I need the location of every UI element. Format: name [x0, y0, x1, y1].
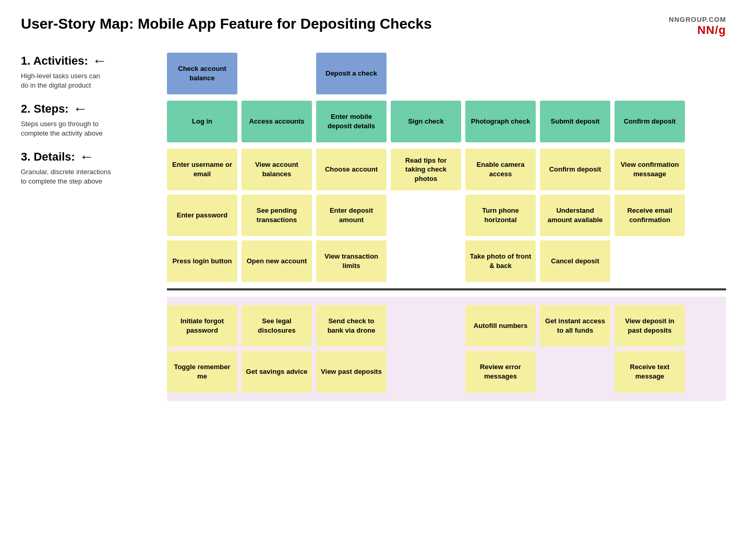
steps-desc: Steps users go through to complete the a…	[21, 119, 162, 138]
detail-col-5: Enable camera access Turn phone horizont…	[465, 149, 536, 282]
brand-logo: NN/g	[697, 23, 726, 37]
future-card-5-0: Autofill numbers	[465, 305, 536, 347]
step-card-4: Sign check	[391, 101, 461, 142]
step-col-1: Log in	[167, 101, 237, 142]
detail-col-2: View account balances See pending transa…	[242, 149, 312, 282]
details-cards: Enter username or email Enter password P…	[167, 149, 726, 282]
detail-card-5-1: Turn phone horizontal	[465, 194, 536, 236]
step-col-7: Confirm deposit	[615, 101, 685, 142]
step-card-2: Access accounts	[242, 101, 312, 142]
detail-card-7-2-empty	[615, 240, 685, 282]
activity-col-6	[540, 53, 610, 94]
activity-card-5-empty	[465, 53, 536, 94]
future-card-6-0: Get instant access to all funds	[540, 305, 610, 347]
activities-title: 1. Activities:	[21, 54, 88, 68]
future-card-4-0-empty	[391, 305, 461, 347]
step-card-3: Enter mobile deposit details	[316, 101, 387, 142]
future-col-2: See legal disclosures Get savings advice	[242, 305, 312, 393]
future-col-1: Initiate forgot password Toggle remember…	[167, 305, 237, 393]
future-col-6: Get instant access to all funds	[540, 305, 610, 393]
page-header: User-Story Map: Mobile App Feature for D…	[21, 16, 726, 37]
step-card-1: Log in	[167, 101, 237, 142]
steps-cards: Log in Access accounts Enter mobile depo…	[167, 101, 726, 142]
future-col-5: Autofill numbers Review error messages	[465, 305, 536, 393]
step-col-6: Submit deposit	[540, 101, 610, 142]
future-card-7-1: Receive text message	[615, 351, 685, 393]
detail-card-1-0: Enter username or email	[167, 149, 237, 190]
detail-card-2-1: See pending transactions	[242, 194, 312, 236]
activity-col-3: Deposit a check	[316, 53, 387, 94]
activity-col-1: Check account balance	[167, 53, 237, 94]
detail-card-3-1: Enter deposit amount	[316, 194, 387, 236]
brand-area: NNGROUP.COM NN/g	[669, 16, 726, 37]
future-col-3: Send check to bank via drone View past d…	[316, 305, 387, 393]
detail-card-7-0: View confirmation messaage	[615, 149, 685, 190]
future-card-5-1: Review error messages	[465, 351, 536, 393]
activities-arrow: ←	[92, 53, 107, 69]
detail-col-1: Enter username or email Enter password P…	[167, 149, 237, 282]
steps-title: 2. Steps:	[21, 102, 69, 116]
details-row: 3. Details: ← Granular, discrete interac…	[21, 149, 726, 282]
steps-label: 2. Steps: ← Steps users go through to co…	[21, 101, 167, 138]
future-cards-area: Initiate forgot password Toggle remember…	[167, 297, 726, 401]
future-section: Initiate forgot password Toggle remember…	[21, 297, 726, 401]
detail-card-4-2-empty	[391, 240, 461, 282]
detail-card-1-2: Press login button	[167, 240, 237, 282]
future-col-7: View deposit in past deposits Receive te…	[615, 305, 685, 393]
detail-card-5-2: Take photo of front & back	[465, 240, 536, 282]
detail-col-6: Confirm deposit Understand amount availa…	[540, 149, 610, 282]
step-col-4: Sign check	[391, 101, 461, 142]
future-card-6-1-empty	[540, 351, 610, 393]
detail-col-7: View confirmation messaage Receive email…	[615, 149, 685, 282]
steps-row: 2. Steps: ← Steps users go through to co…	[21, 101, 726, 142]
future-card-3-0: Send check to bank via drone	[316, 305, 387, 347]
detail-card-2-0: View account balances	[242, 149, 312, 190]
activities-cards: Check account balance Deposit a check	[167, 53, 726, 94]
story-map: 1. Activities: ← High-level tasks users …	[21, 53, 726, 401]
activity-col-7	[615, 53, 685, 94]
details-label: 3. Details: ← Granular, discrete interac…	[21, 149, 167, 186]
detail-card-6-2: Cancel deposit	[540, 240, 610, 282]
future-card-4-1-empty	[391, 351, 461, 393]
detail-col-3: Choose account Enter deposit amount View…	[316, 149, 387, 282]
brand-site: NNGROUP.COM	[669, 16, 726, 23]
activity-col-4	[391, 53, 461, 94]
step-col-3: Enter mobile deposit details	[316, 101, 387, 142]
future-card-2-1: Get savings advice	[242, 351, 312, 393]
future-card-1-1: Toggle remember me	[167, 351, 237, 393]
steps-arrow: ←	[73, 101, 88, 117]
detail-card-6-1: Understand amount available	[540, 194, 610, 236]
activity-card-4-empty	[391, 53, 461, 94]
activity-card-7-empty	[615, 53, 685, 94]
step-card-6: Submit deposit	[540, 101, 610, 142]
future-card-1-0: Initiate forgot password	[167, 305, 237, 347]
step-col-5: Photograph check	[465, 101, 536, 142]
detail-card-4-1-empty	[391, 194, 461, 236]
detail-card-1-1: Enter password	[167, 194, 237, 236]
activity-col-5	[465, 53, 536, 94]
activity-col-2	[242, 53, 312, 94]
activities-row: 1. Activities: ← High-level tasks users …	[21, 53, 726, 94]
detail-card-2-2: Open new account	[242, 240, 312, 282]
details-arrow: ←	[79, 149, 94, 165]
activities-label: 1. Activities: ← High-level tasks users …	[21, 53, 167, 90]
detail-col-4: Read tips for taking check photos	[391, 149, 461, 282]
future-col-4	[391, 305, 461, 393]
section-divider	[167, 288, 726, 290]
detail-card-3-0: Choose account	[316, 149, 387, 190]
activities-desc: High-level tasks users can do in the dig…	[21, 71, 162, 90]
detail-card-3-2: View transaction limits	[316, 240, 387, 282]
detail-card-6-0: Confirm deposit	[540, 149, 610, 190]
step-col-2: Access accounts	[242, 101, 312, 142]
activity-card-2-empty	[242, 53, 312, 94]
future-card-2-0: See legal disclosures	[242, 305, 312, 347]
activity-card-1: Check account balance	[167, 53, 237, 94]
detail-card-7-1: Receive email confirmation	[615, 194, 685, 236]
page-title: User-Story Map: Mobile App Feature for D…	[21, 16, 432, 32]
details-desc: Granular, discrete interactions to compl…	[21, 167, 162, 186]
step-card-5: Photograph check	[465, 101, 536, 142]
activity-card-3: Deposit a check	[316, 53, 387, 94]
detail-card-5-0: Enable camera access	[465, 149, 536, 190]
detail-card-4-0: Read tips for taking check photos	[391, 149, 461, 190]
step-card-7: Confirm deposit	[615, 101, 685, 142]
